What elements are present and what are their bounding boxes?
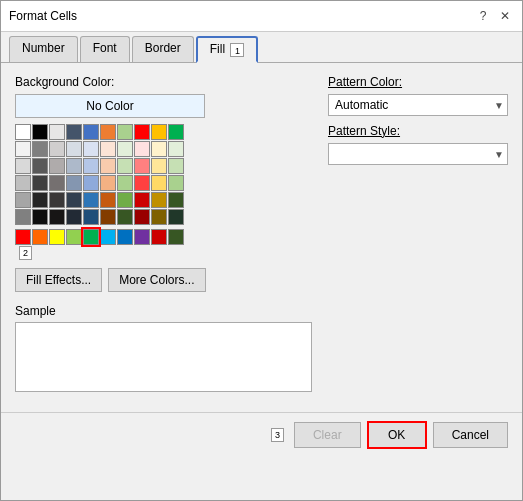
color-cell-2-8[interactable] <box>151 158 167 174</box>
color-cell-5-5[interactable] <box>100 209 116 225</box>
color-cell-1-7[interactable] <box>134 141 150 157</box>
color-cell-3-9[interactable] <box>168 175 184 191</box>
color-cell-0-9[interactable] <box>168 124 184 140</box>
color-cell-0-2[interactable] <box>49 124 65 140</box>
color-cell-1-8[interactable] <box>151 141 167 157</box>
color-cell-0-4[interactable] <box>83 124 99 140</box>
color-cell-3-0[interactable] <box>15 175 31 191</box>
accent-cell-3[interactable] <box>66 229 82 245</box>
color-cell-3-7[interactable] <box>134 175 150 191</box>
color-cell-3-4[interactable] <box>83 175 99 191</box>
color-cell-2-3[interactable] <box>66 158 82 174</box>
color-cell-2-6[interactable] <box>117 158 133 174</box>
accent-cell-2[interactable] <box>49 229 65 245</box>
color-cell-4-7[interactable] <box>134 192 150 208</box>
color-cell-0-7[interactable] <box>134 124 150 140</box>
color-cell-0-5[interactable] <box>100 124 116 140</box>
tab-border[interactable]: Border <box>132 36 194 62</box>
tab-number[interactable]: Number <box>9 36 78 62</box>
more-colors-button[interactable]: More Colors... <box>108 268 205 292</box>
color-cell-5-7[interactable] <box>134 209 150 225</box>
tab-font[interactable]: Font <box>80 36 130 62</box>
color-cell-0-0[interactable] <box>15 124 31 140</box>
color-cell-3-2[interactable] <box>49 175 65 191</box>
color-cell-3-8[interactable] <box>151 175 167 191</box>
color-cell-1-6[interactable] <box>117 141 133 157</box>
accent-cell-8[interactable] <box>151 229 167 245</box>
accent-cell-4[interactable] <box>83 229 99 245</box>
color-cell-4-3[interactable] <box>66 192 82 208</box>
color-cell-4-1[interactable] <box>32 192 48 208</box>
button-row: Fill Effects... More Colors... <box>15 268 312 292</box>
color-cell-2-5[interactable] <box>100 158 116 174</box>
tab-fill[interactable]: Fill 1 <box>196 36 259 63</box>
dialog-title: Format Cells <box>9 9 77 23</box>
color-cell-5-8[interactable] <box>151 209 167 225</box>
color-cell-5-0[interactable] <box>15 209 31 225</box>
color-cell-4-5[interactable] <box>100 192 116 208</box>
accent-cell-5[interactable] <box>100 229 116 245</box>
pattern-style-select[interactable] <box>328 143 508 165</box>
ok-button[interactable]: OK <box>367 421 427 449</box>
color-cell-4-6[interactable] <box>117 192 133 208</box>
color-row-4 <box>15 192 312 208</box>
color-cell-5-2[interactable] <box>49 209 65 225</box>
color-cell-3-6[interactable] <box>117 175 133 191</box>
accent-cell-1[interactable] <box>32 229 48 245</box>
help-button[interactable]: ? <box>474 7 492 25</box>
color-cell-2-1[interactable] <box>32 158 48 174</box>
color-cell-4-4[interactable] <box>83 192 99 208</box>
color-cell-0-3[interactable] <box>66 124 82 140</box>
title-bar: Format Cells ? ✕ <box>1 1 522 32</box>
accent-color-row <box>15 229 312 245</box>
color-grid <box>15 124 312 225</box>
accent-cell-7[interactable] <box>134 229 150 245</box>
color-cell-0-8[interactable] <box>151 124 167 140</box>
color-cell-2-0[interactable] <box>15 158 31 174</box>
sample-label: Sample <box>15 304 312 318</box>
color-cell-3-1[interactable] <box>32 175 48 191</box>
format-cells-dialog: Format Cells ? ✕ Number Font Border Fill… <box>0 0 523 501</box>
close-button[interactable]: ✕ <box>496 7 514 25</box>
color-cell-5-4[interactable] <box>83 209 99 225</box>
color-cell-5-3[interactable] <box>66 209 82 225</box>
pattern-color-select[interactable]: Automatic <box>328 94 508 116</box>
color-cell-4-2[interactable] <box>49 192 65 208</box>
color-cell-2-2[interactable] <box>49 158 65 174</box>
fill-effects-button[interactable]: Fill Effects... <box>15 268 102 292</box>
sample-section: Sample <box>15 304 312 392</box>
cancel-button[interactable]: Cancel <box>433 422 508 448</box>
accent-cell-6[interactable] <box>117 229 133 245</box>
color-row-1 <box>15 141 312 157</box>
color-cell-3-3[interactable] <box>66 175 82 191</box>
color-cell-1-5[interactable] <box>100 141 116 157</box>
color-cell-5-6[interactable] <box>117 209 133 225</box>
pattern-style-label: Pattern Style: <box>328 124 508 138</box>
sample-box <box>15 322 312 392</box>
color-cell-1-9[interactable] <box>168 141 184 157</box>
color-cell-4-8[interactable] <box>151 192 167 208</box>
color-cell-2-4[interactable] <box>83 158 99 174</box>
color-cell-0-1[interactable] <box>32 124 48 140</box>
color-cell-3-5[interactable] <box>100 175 116 191</box>
color-row-0 <box>15 124 312 140</box>
color-cell-2-9[interactable] <box>168 158 184 174</box>
color-cell-1-3[interactable] <box>66 141 82 157</box>
accent-cell-9[interactable] <box>168 229 184 245</box>
badge-3: 3 <box>271 428 284 442</box>
color-cell-1-1[interactable] <box>32 141 48 157</box>
color-cell-1-4[interactable] <box>83 141 99 157</box>
pattern-style-select-wrapper: ▼ <box>328 143 508 165</box>
color-cell-0-6[interactable] <box>117 124 133 140</box>
accent-cell-0[interactable] <box>15 229 31 245</box>
fill-tab-badge: 1 <box>230 43 244 57</box>
color-cell-4-0[interactable] <box>15 192 31 208</box>
color-cell-5-9[interactable] <box>168 209 184 225</box>
color-cell-1-0[interactable] <box>15 141 31 157</box>
color-cell-1-2[interactable] <box>49 141 65 157</box>
color-cell-4-9[interactable] <box>168 192 184 208</box>
color-cell-2-7[interactable] <box>134 158 150 174</box>
no-color-button[interactable]: No Color <box>15 94 205 118</box>
color-cell-5-1[interactable] <box>32 209 48 225</box>
clear-button[interactable]: Clear <box>294 422 361 448</box>
